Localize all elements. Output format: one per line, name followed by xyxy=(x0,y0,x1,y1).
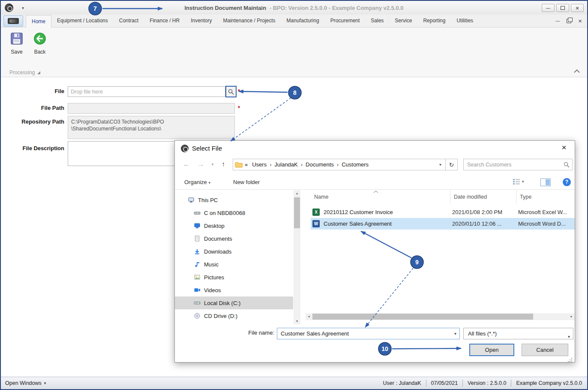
sidebar-item-music[interactable]: Music xyxy=(175,258,293,271)
dialog-close-button[interactable]: × xyxy=(558,143,570,152)
minimize-icon: — xyxy=(546,6,550,10)
window-title-sub: - BPO: Version 2.5.0.0 - Example Company… xyxy=(270,5,404,11)
tab-equipment-locations[interactable]: Equipment / Locations xyxy=(51,15,114,27)
breadcrumb-item-julandak[interactable]: JulandaK xyxy=(273,161,300,168)
breadcrumb-overflow[interactable]: « xyxy=(243,161,250,168)
file-name-label: File name: xyxy=(218,330,274,336)
dialog-content: This PC C on NBDB0068 Desktop Documents … xyxy=(175,190,575,324)
tab-maintenance-projects[interactable]: Maintenance / Projects xyxy=(218,15,281,27)
close-icon: × xyxy=(576,5,579,12)
breadcrumb-item-customers[interactable]: Customers xyxy=(339,161,371,168)
sidebar-item-pictures[interactable]: Pictures xyxy=(175,271,293,284)
tab-procurement[interactable]: Procurement xyxy=(325,15,366,27)
open-windows-label: Open Windows xyxy=(5,380,42,386)
pictures-icon xyxy=(194,274,201,281)
sidebar-item-documents[interactable]: Documents xyxy=(175,232,293,245)
organize-caret-icon: ▾ xyxy=(208,181,210,185)
dialog-title: Select File xyxy=(192,145,222,152)
sidebar-item-cd-drive-d[interactable]: CD Drive (D:) xyxy=(175,309,293,322)
sidebar-item-videos[interactable]: Videos xyxy=(175,284,293,296)
mdi-close-button[interactable]: × xyxy=(578,17,582,24)
maximize-button[interactable] xyxy=(556,4,569,12)
mdi-restore-button[interactable] xyxy=(567,19,571,23)
music-icon xyxy=(194,261,201,268)
column-header-type[interactable]: Type xyxy=(516,190,572,204)
file-input[interactable] xyxy=(68,86,225,97)
app-logo-icon[interactable] xyxy=(5,3,13,12)
sidebar-scrollbar[interactable]: ▴ ▾ xyxy=(294,190,300,324)
tab-inventory[interactable]: Inventory xyxy=(185,15,217,27)
nav-forward-button[interactable]: → xyxy=(195,157,207,172)
app-window: ▾ Instruction Document Maintain - BPO: V… xyxy=(0,0,588,390)
chevron-down-icon[interactable]: ▾ xyxy=(454,331,456,336)
tab-sales[interactable]: Sales xyxy=(365,15,389,27)
ribbon-group-processing: Processing xyxy=(9,70,40,76)
sidebar-item-downloads[interactable]: Downloads xyxy=(175,245,293,258)
dialog-title-bar: Select File × xyxy=(175,141,575,156)
column-header-date-modified[interactable]: Date modified xyxy=(450,190,516,204)
file-name-input[interactable] xyxy=(277,328,459,339)
tab-service[interactable]: Service xyxy=(389,15,417,27)
open-windows-dropdown[interactable]: Open Windows ▾ xyxy=(5,380,46,386)
refresh-button[interactable]: ↻ xyxy=(446,159,458,170)
file-path-label: File Path xyxy=(1,105,64,111)
scroll-down-icon[interactable]: ▾ xyxy=(294,318,300,324)
close-button[interactable]: × xyxy=(571,4,584,12)
sidebar-label: Documents xyxy=(204,236,232,242)
open-button[interactable]: Open xyxy=(469,344,514,356)
back-button[interactable]: Back xyxy=(29,32,51,55)
file-name-combo[interactable]: ▾ xyxy=(277,328,460,339)
file-type-select[interactable]: All files (*.*) ▾ xyxy=(463,328,573,339)
scrollbar-thumb[interactable] xyxy=(312,314,533,320)
file-list-horizontal-scrollbar[interactable]: ◂ ▸ xyxy=(306,313,575,320)
column-header-name[interactable]: Name xyxy=(311,190,450,204)
new-folder-button[interactable]: New folder xyxy=(233,175,260,190)
breadcrumb-item-documents[interactable]: Documents xyxy=(303,161,336,168)
file-date-modified: 2021/01/08 2:00 PM xyxy=(450,209,516,215)
sidebar-item-this-pc[interactable]: This PC xyxy=(175,193,293,206)
cancel-button[interactable]: Cancel xyxy=(522,344,568,356)
organize-button[interactable]: Organize ▾ xyxy=(184,175,210,190)
preview-pane-button[interactable] xyxy=(540,178,551,186)
help-button[interactable]: ? xyxy=(563,178,571,186)
documents-icon xyxy=(194,235,201,242)
tab-contract[interactable]: Contract xyxy=(114,15,144,27)
breadcrumb-item-users[interactable]: Users xyxy=(250,161,269,168)
file-search-button[interactable] xyxy=(225,86,237,97)
file-row-customer-sales-agreement[interactable]: W Customer Sales Agreement 2020/01/10 12… xyxy=(311,218,575,230)
this-pc-icon xyxy=(188,197,195,203)
sidebar-item-c-on-nbdb0068[interactable]: C on NBDB0068 xyxy=(175,206,293,219)
view-caret-icon: ▾ xyxy=(522,179,524,184)
nav-up-button[interactable]: ↑ xyxy=(218,157,229,172)
tab-home[interactable]: Home xyxy=(26,15,51,27)
file-row-customer-invoice[interactable]: X 20210112 Customer Invoice 2021/01/08 2… xyxy=(311,206,575,218)
scrollbar-thumb[interactable] xyxy=(294,197,300,228)
nav-back-button[interactable]: ← xyxy=(181,157,192,172)
save-button[interactable]: Save xyxy=(6,32,27,55)
search-box[interactable] xyxy=(463,159,573,170)
tab-utilities[interactable]: Utilities xyxy=(451,15,479,27)
address-dropdown-caret-icon[interactable]: ▾ xyxy=(437,162,444,167)
scroll-right-icon[interactable]: ▸ xyxy=(568,313,575,320)
quick-access-caret-icon[interactable]: ▾ xyxy=(22,6,24,10)
nav-history-caret-icon[interactable]: ▾ xyxy=(209,157,216,172)
tab-reporting[interactable]: Reporting xyxy=(417,15,451,27)
bpo-logo-button[interactable] xyxy=(3,15,23,27)
resize-grip[interactable] xyxy=(571,358,572,359)
file-name: 20210112 Customer Invoice xyxy=(324,209,450,215)
tab-manufacturing[interactable]: Manufacturing xyxy=(281,15,325,27)
change-view-button[interactable]: ▾ xyxy=(513,178,524,185)
dialog-nav-bar: ← → ▾ ↑ « Users › JulandaK › Documents ›… xyxy=(175,157,575,172)
scroll-left-icon[interactable]: ◂ xyxy=(306,313,312,320)
sidebar-item-local-disk-c[interactable]: Local Disk (C:) xyxy=(175,296,293,309)
search-input[interactable] xyxy=(464,159,572,170)
sidebar-item-desktop[interactable]: Desktop xyxy=(175,219,293,232)
file-required-marker: * xyxy=(238,88,240,94)
scroll-up-icon[interactable]: ▴ xyxy=(294,190,300,197)
tab-finance-hr[interactable]: Finance / HR xyxy=(144,15,185,27)
minimize-button[interactable]: — xyxy=(542,4,555,12)
collapse-ribbon-icon[interactable] xyxy=(573,69,580,73)
group-dialog-launcher-icon[interactable] xyxy=(37,71,40,74)
status-separator xyxy=(511,380,511,387)
mdi-minimize-button[interactable]: — xyxy=(555,18,560,23)
